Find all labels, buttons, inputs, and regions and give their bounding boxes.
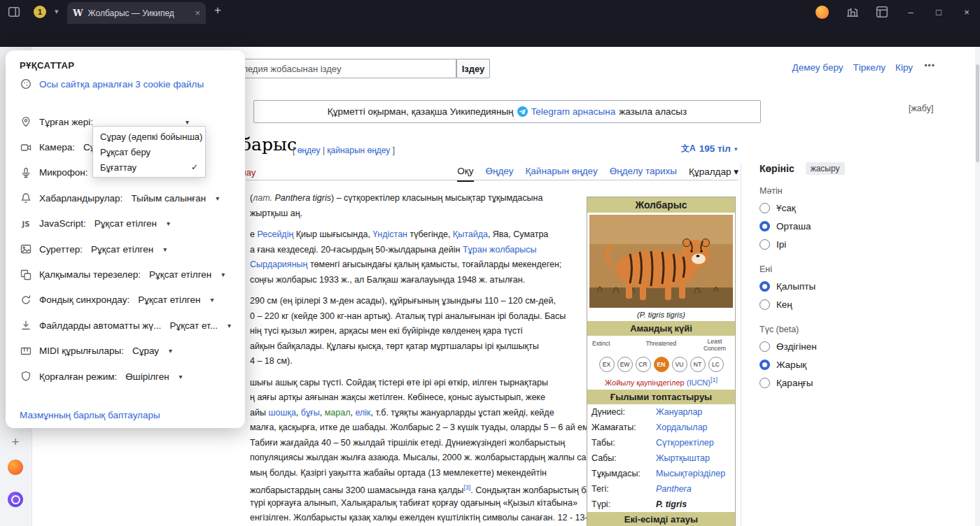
permission-value[interactable]: Тыйым салынған xyxy=(131,193,206,204)
permission-value[interactable]: Рұқсат етілген xyxy=(138,294,200,305)
radio-button[interactable] xyxy=(760,281,770,292)
radio-option[interactable]: Жарық xyxy=(760,355,969,374)
permission-row[interactable]: JSJavaScript:Рұқсат етілген▾ xyxy=(20,211,237,236)
radio-option[interactable]: Ірі xyxy=(760,235,969,253)
tab-close-icon[interactable]: × xyxy=(195,8,200,18)
header-link[interactable]: Тіркелу xyxy=(853,62,886,73)
pin-icon xyxy=(20,116,32,127)
tab-list-chevron-icon[interactable]: ▾ xyxy=(55,7,59,16)
permission-value[interactable]: Рұқсат ет... xyxy=(169,320,218,331)
permission-value[interactable]: Рұқсат етілген xyxy=(94,218,157,229)
radio-button[interactable] xyxy=(760,378,770,388)
orange-service-icon[interactable] xyxy=(8,460,23,475)
permission-row[interactable]: Файлдарды автоматты жү...Рұқсат ет...▾ xyxy=(20,313,237,338)
radio-button[interactable] xyxy=(760,299,770,310)
taxonomy-value[interactable]: Мысықтәрізділер xyxy=(656,469,725,478)
cookie-row[interactable]: Осы сайтқа арналған 3 cookie файлы xyxy=(20,78,204,90)
reference-link[interactable]: [3] xyxy=(463,484,470,491)
taxonomy-value[interactable]: Сүтқоректілер xyxy=(656,438,714,448)
edit-link[interactable]: өңдеу xyxy=(298,145,321,155)
radio-button[interactable] xyxy=(760,360,770,370)
minimize-button[interactable]: – xyxy=(899,3,923,21)
chevron-down-icon[interactable]: ▾ xyxy=(179,373,183,381)
article-link[interactable]: Сырдарияның xyxy=(250,260,307,269)
alice-assistant-icon[interactable] xyxy=(8,492,23,507)
tab-counter-button[interactable]: 1 xyxy=(31,3,49,20)
appearance-hide-button[interactable]: жасыру xyxy=(806,162,845,175)
active-tab[interactable]: W Жолбарыс — Уикипед × xyxy=(67,2,206,24)
radio-button[interactable] xyxy=(760,221,770,232)
tiger-image[interactable] xyxy=(587,213,735,310)
radio-button[interactable] xyxy=(760,239,770,250)
taxonomy-value[interactable]: Panthera xyxy=(656,484,692,494)
permission-row[interactable]: Қорғалған режим:Өшірілген▾ xyxy=(20,364,237,389)
banner-close-link[interactable]: [жабу] xyxy=(909,104,933,113)
edit-source-link[interactable]: қайнарын өңдеу xyxy=(327,145,390,155)
all-content-settings-link[interactable]: Мазмұнның барлық баптаулары xyxy=(20,410,160,420)
scrollbar-thumb[interactable] xyxy=(976,64,979,162)
chevron-down-icon[interactable]: ▾ xyxy=(210,296,214,304)
radio-option[interactable]: Кең xyxy=(760,295,969,313)
article-link[interactable]: Қытайда xyxy=(453,229,488,239)
chevron-down-icon[interactable]: ▾ xyxy=(227,322,231,329)
language-selector[interactable]: 文А 195 тіл ▾ xyxy=(681,143,737,155)
city-icon[interactable] xyxy=(846,5,860,19)
article-link[interactable]: елік xyxy=(355,408,370,418)
permission-value[interactable]: Сұрау xyxy=(132,346,159,356)
add-panel-button[interactable]: + xyxy=(8,434,23,450)
taxonomy-value[interactable]: Хордалылар xyxy=(656,422,708,432)
maximize-button[interactable]: □ xyxy=(927,3,951,21)
chevron-down-icon[interactable]: ▾ xyxy=(167,220,170,227)
radio-button[interactable] xyxy=(760,341,770,352)
article-link[interactable]: Ресейдің xyxy=(257,229,293,239)
taxonomy-value[interactable]: Жыртқыштар xyxy=(656,453,710,463)
article-line: 290 см (ең ірілері 3 м-ден асады), құйры… xyxy=(250,294,587,309)
dropdown-item[interactable]: Сұрау (әдепкі бойынша) xyxy=(93,129,205,144)
radio-option[interactable]: Орташа xyxy=(760,217,969,235)
permission-row[interactable]: Қалқымалы терезелер:Рұқсат етілген▾ xyxy=(20,262,237,287)
tab-panels-icon[interactable] xyxy=(7,5,21,19)
iucn-link[interactable]: (IUCN) xyxy=(687,378,710,387)
chevron-down-icon[interactable]: ▾ xyxy=(186,118,189,126)
permission-row[interactable]: Фондық синхрондау:Рұқсат етілген▾ xyxy=(20,287,237,313)
radio-button[interactable] xyxy=(760,203,770,213)
permission-row[interactable]: Суреттер:Рұқсат етілген▾ xyxy=(20,236,237,262)
permission-value[interactable]: Рұқсат етілген xyxy=(91,244,153,255)
close-window-button[interactable]: × xyxy=(955,3,979,21)
dropdown-item[interactable]: Бұғаттау✓ xyxy=(93,159,205,175)
permission-row[interactable]: MIDI құрылғылары:Сұрау▾ xyxy=(20,339,237,364)
radio-option[interactable]: Қалыпты xyxy=(760,277,969,295)
taxonomy-value[interactable]: Жануарлар xyxy=(656,407,702,417)
status-label-least-concern: Least Concern xyxy=(696,339,733,353)
article-link[interactable]: марал xyxy=(325,408,351,418)
article-link[interactable]: Үндістан xyxy=(372,229,407,239)
article-link[interactable]: шошқа xyxy=(268,408,295,418)
sidebar-board-icon[interactable] xyxy=(875,5,889,19)
header-link[interactable]: Демеу беру xyxy=(792,62,844,73)
dropdown-item[interactable]: Рұқсат беру xyxy=(93,144,205,159)
chevron-down-icon[interactable]: ▾ xyxy=(169,347,172,355)
radio-option[interactable]: Ұсақ xyxy=(760,199,969,217)
wiki-search-button[interactable]: Іздеу xyxy=(456,59,490,78)
chevron-down-icon[interactable]: ▾ xyxy=(216,194,219,202)
wiki-header-menu-icon[interactable]: ••• xyxy=(924,61,935,71)
chevron-down-icon[interactable]: ▾ xyxy=(163,246,167,253)
status-ref[interactable]: [1] xyxy=(710,376,718,383)
permission-row[interactable]: Хабарландырулар:Тыйым салынған▾ xyxy=(20,185,237,211)
profile-avatar-icon[interactable] xyxy=(815,5,829,19)
endangered-link[interactable]: Жойылу қаупіндегілер xyxy=(605,378,685,387)
chevron-down-icon[interactable]: ▾ xyxy=(221,271,225,278)
cookie-files-link[interactable]: Осы сайтқа арналған 3 cookie файлы xyxy=(39,79,204,90)
article-link[interactable]: Тұран жолбарысы xyxy=(463,245,537,255)
appearance-title: Көрініс xyxy=(760,163,794,174)
permission-value[interactable]: Өшірілген xyxy=(125,371,169,382)
permission-value[interactable]: Рұқсат етілген xyxy=(149,269,211,280)
wiki-search-input[interactable]: Уикипедия жобасынан іздеу xyxy=(210,59,456,78)
article-link[interactable]: бұғы xyxy=(301,408,320,418)
telegram-link[interactable]: Telegram арнасына xyxy=(531,106,616,117)
radio-option[interactable]: Қараңғы xyxy=(760,374,969,392)
radio-option[interactable]: Өздігінен xyxy=(760,337,969,355)
header-link[interactable]: Кіру xyxy=(895,62,913,73)
page-scrollbar[interactable] xyxy=(975,47,980,526)
new-tab-button[interactable]: + xyxy=(214,3,221,17)
